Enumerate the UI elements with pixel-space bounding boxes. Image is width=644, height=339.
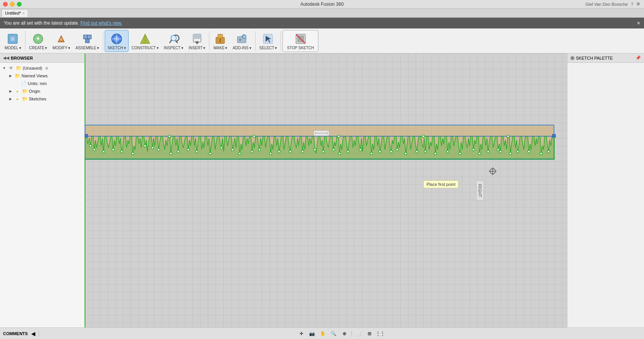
root-label: (Unsaved) xyxy=(23,66,42,70)
stop-sketch-label: STOP SKETCH xyxy=(287,46,314,50)
bottom-navigation-icon[interactable]: ✛ xyxy=(298,330,305,337)
notification-bar: You are all set with the latest update. … xyxy=(0,18,644,28)
svg-rect-15 xyxy=(193,34,201,39)
tree-sketches[interactable]: ▶ ● 📁 Sketches xyxy=(0,95,84,103)
units-expand-space xyxy=(14,81,19,86)
make-icon xyxy=(213,32,227,46)
root-folder-icon: 📁 xyxy=(15,65,22,71)
sketch-palette-pin-icon[interactable]: 📌 xyxy=(636,55,641,60)
toolbar-make[interactable]: MAKE ▾ xyxy=(211,30,229,52)
toolbar-assemble[interactable]: ASSEMBLE ▾ xyxy=(73,30,101,52)
tree-root[interactable]: ▼ 👁 📁 (Unsaved) ⚙ xyxy=(0,64,84,72)
tree-origin[interactable]: ▶ ● 📁 Origin xyxy=(0,87,84,95)
browser-label: BROWSER xyxy=(11,56,33,60)
bottom-sep1 xyxy=(38,331,39,337)
named-views-expand-icon[interactable]: ▶ xyxy=(8,73,13,78)
toolbar-insert[interactable]: INSERT ▾ xyxy=(186,30,208,52)
origin-folder-icon: 📁 xyxy=(22,88,28,94)
sketches-eye-icon: ● xyxy=(14,96,20,102)
named-views-label: Named Views xyxy=(22,73,48,78)
tab-bar: Untitled* × xyxy=(0,8,644,18)
select-label: SELECT ▾ xyxy=(259,46,277,50)
toolbar-stop-sketch[interactable]: STOP SKETCH xyxy=(283,30,318,52)
sketches-expand-icon[interactable]: ▶ xyxy=(8,96,13,102)
toolbar-create[interactable]: ✦ CREATE ▾ xyxy=(27,30,50,52)
bottom-more-icon[interactable]: ⋮⋮ xyxy=(376,330,384,337)
assemble-icon xyxy=(80,32,94,46)
inspect-icon xyxy=(167,32,181,46)
root-eye-icon: 👁 xyxy=(8,65,14,71)
sidebar-tree: ▼ 👁 📁 (Unsaved) ⚙ ▶ 📁 Named Views 📄 Unit… xyxy=(0,63,84,327)
sidebar-collapse-icon[interactable]: ◀◀ xyxy=(3,56,9,60)
notification-link[interactable]: Find out what's new. xyxy=(80,20,122,26)
tab-close-icon[interactable]: × xyxy=(23,11,25,15)
bottom-camera-icon[interactable]: 📷 xyxy=(308,330,316,337)
close-button[interactable] xyxy=(3,2,8,7)
sketch-label: SKETCH ▾ xyxy=(107,46,126,50)
origin-label: Origin xyxy=(29,89,40,94)
tooltip-text: Place first point xyxy=(427,182,455,187)
notification-text: You are all set with the latest update. … xyxy=(4,20,122,26)
bottom-grid-icon[interactable]: ⊞ xyxy=(366,330,373,337)
origin-expand-icon[interactable]: ▶ xyxy=(8,89,13,94)
root-expand-icon[interactable]: ▼ xyxy=(2,65,7,71)
svg-rect-6 xyxy=(85,39,89,43)
tooltip: Place first point xyxy=(423,180,458,188)
svg-rect-17 xyxy=(218,34,222,38)
right-view-label: RIGHT xyxy=(476,180,484,200)
add-ins-label: ADD-INS ▾ xyxy=(233,46,251,50)
modify-icon xyxy=(54,32,68,46)
add-ins-icon: + ⚙ xyxy=(235,32,249,46)
comments-toggle-icon[interactable]: ◀ xyxy=(29,330,37,337)
bottom-zoom-fit-icon[interactable]: ⊕ xyxy=(341,330,348,337)
sketch-palette-panel: SKETCH PALETTE 📌 xyxy=(567,53,644,327)
modify-label: MODIFY ▾ xyxy=(52,46,70,50)
sep3 xyxy=(209,31,209,50)
window-title: Autodesk Fusion 360 xyxy=(300,2,344,7)
bottom-bar: COMMENTS ◀ ✛ 📷 ✋ 🔍 ⊕ ⬜ ⊞ ⋮⋮ xyxy=(0,327,644,339)
palette-circle-icon xyxy=(570,56,574,60)
svg-text:✦: ✦ xyxy=(35,35,40,42)
bottom-zoom-icon[interactable]: 🔍 xyxy=(330,330,338,337)
named-views-folder-icon: 📁 xyxy=(14,73,20,79)
settings-icon[interactable]: ⚙ xyxy=(636,2,640,7)
sketch-palette-header[interactable]: SKETCH PALETTE 📌 xyxy=(567,53,644,63)
minimize-button[interactable] xyxy=(10,2,15,7)
vertical-axis-line xyxy=(85,53,85,327)
maximize-button[interactable] xyxy=(17,2,22,7)
toolbar-modify[interactable]: MODIFY ▾ xyxy=(50,30,72,52)
toolbar-select[interactable]: SELECT ▾ xyxy=(257,30,279,52)
sidebar-header: ◀◀ BROWSER xyxy=(0,53,84,63)
help-icon[interactable]: ? xyxy=(631,2,633,7)
sketch-shape-region xyxy=(85,125,554,159)
sep1 xyxy=(25,31,25,50)
construct-icon xyxy=(138,32,152,46)
bottom-sep2 xyxy=(351,331,352,337)
origin-eye-icon: ● xyxy=(14,88,20,94)
tree-units[interactable]: 📄 Units: mm xyxy=(0,80,84,87)
toolbar-add-ins[interactable]: + ⚙ ADD-INS ▾ xyxy=(230,30,253,52)
root-settings-icon[interactable]: ⚙ xyxy=(45,66,49,70)
toolbar-inspect[interactable]: INSPECT ▾ xyxy=(162,30,186,52)
svg-rect-5 xyxy=(87,35,91,39)
bottom-pan-icon[interactable]: ✋ xyxy=(319,330,327,337)
stop-sketch-icon xyxy=(294,32,308,46)
notification-close[interactable]: × xyxy=(637,20,640,26)
sketches-label: Sketches xyxy=(29,97,46,101)
canvas-area[interactable]: Place first point RIGHT xyxy=(85,53,567,327)
bottom-display-icon[interactable]: ⬜ xyxy=(355,330,363,337)
units-doc-icon: 📄 xyxy=(20,80,27,87)
model-label: MODEL ▾ xyxy=(5,46,21,50)
sep2 xyxy=(103,31,103,50)
tab-untitled[interactable]: Untitled* × xyxy=(2,9,28,17)
tree-named-views[interactable]: ▶ 📁 Named Views xyxy=(0,72,84,80)
user-name[interactable]: Giel Van Den Bossche xyxy=(585,2,628,7)
svg-rect-4 xyxy=(84,35,87,39)
svg-text:⚙: ⚙ xyxy=(243,35,246,39)
units-label: Units: mm xyxy=(28,81,47,86)
toolbar-construct[interactable]: CONSTRUCT ▾ xyxy=(129,30,161,52)
svg-point-13 xyxy=(171,35,176,41)
toolbar-sketch[interactable]: SKETCH ▾ xyxy=(105,30,129,52)
sketch-palette-label: SKETCH PALETTE xyxy=(576,56,613,60)
toolbar-model[interactable]: MODEL ▾ xyxy=(2,30,23,52)
